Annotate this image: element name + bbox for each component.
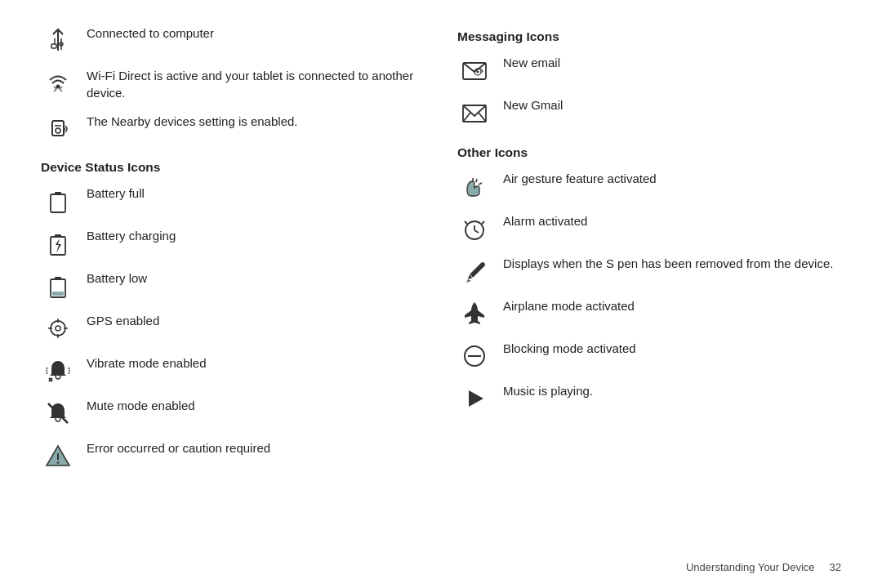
footer: Understanding Your Device 32 [686,561,841,573]
usb-text: Connected to computer [87,24,425,42]
music-text: Music is playing. [503,382,841,399]
gps-text: GPS enabled [87,312,425,329]
gmail-icon [457,96,492,127]
svg-point-16 [51,321,65,336]
battery-full-text: Battery full [87,185,425,202]
nearby-text: The Nearby devices setting is enabled. [87,113,425,130]
left-column: Connected to computer Wi-Fi Direct is ac… [41,24,425,572]
device-status-heading: Device Status Icons [41,160,425,175]
list-item: New Gmail [457,96,841,127]
blocking-text: Blocking mode activated [503,340,841,357]
right-column: Messaging Icons New email [457,24,841,572]
svg-rect-11 [51,237,65,255]
battery-charging-icon [41,227,75,258]
spen-text: Displays when the S pen has been removed… [503,255,841,272]
wifi-direct-icon [41,67,75,98]
battery-low-icon [41,270,75,301]
list-item: Airplane mode activated [457,297,841,328]
list-item: Mute mode enabled [41,397,425,428]
list-item: The Nearby devices setting is enabled. [41,113,425,144]
list-item: Battery low [41,270,425,301]
spen-icon [457,255,492,286]
blocking-icon [457,340,492,371]
footer-page: 32 [830,561,841,573]
svg-rect-12 [55,234,61,237]
svg-line-35 [474,230,479,233]
usb-icon [41,24,75,56]
svg-rect-15 [52,292,64,296]
list-item: Displays when the S pen has been removed… [457,255,841,286]
list-item: Connected to computer [41,24,425,56]
svg-line-36 [465,221,467,224]
air-gesture-icon [457,170,492,201]
footer-label: Understanding Your Device [686,561,815,573]
svg-point-8 [56,128,60,133]
svg-line-37 [482,221,484,224]
list-item: Battery charging [41,227,425,258]
list-item: Music is playing. [457,382,841,413]
airplane-icon [457,297,492,328]
messaging-heading: Messaging Icons [457,29,841,44]
vibrate-icon [41,354,75,385]
list-item: Wi-Fi Direct is active and your tablet i… [41,67,425,101]
email-text: New email [503,54,841,71]
vibrate-text: Vibrate mode enabled [87,354,425,372]
error-icon [41,439,75,470]
email-icon [457,54,492,85]
wifi-direct-text: Wi-Fi Direct is active and your tablet i… [87,67,425,101]
list-item: Alarm activated [457,212,841,243]
error-text: Error occurred or caution required [87,439,425,457]
mute-text: Mute mode enabled [87,397,425,414]
alarm-text: Alarm activated [503,212,841,229]
gps-icon [41,312,75,343]
list-item: Vibrate mode enabled [41,354,425,385]
battery-full-icon [41,185,75,216]
svg-line-31 [463,113,470,122]
list-item: Battery full [41,185,425,216]
list-item: Air gesture feature activated [457,170,841,201]
battery-low-text: Battery low [87,270,425,287]
list-item: GPS enabled [41,312,425,343]
svg-rect-9 [51,194,65,212]
airplane-text: Airplane mode activated [503,297,841,314]
list-item: New email [457,54,841,85]
battery-charging-text: Battery charging [87,227,425,244]
svg-point-17 [56,326,60,331]
svg-point-29 [477,71,479,74]
svg-rect-1 [51,44,56,48]
air-gesture-text: Air gesture feature activated [503,170,841,187]
mute-icon [41,397,75,428]
nearby-icon [41,113,75,144]
music-icon [457,382,492,413]
svg-rect-10 [55,192,61,194]
other-icons-heading: Other Icons [457,145,841,160]
svg-line-32 [479,113,486,122]
list-item: Error occurred or caution required [41,439,425,470]
gmail-text: New Gmail [503,96,841,114]
svg-rect-14 [55,277,61,279]
svg-point-6 [56,85,60,89]
page: Connected to computer Wi-Fi Direct is ac… [0,0,882,588]
alarm-icon [457,212,492,243]
svg-point-26 [57,461,60,464]
list-item: Blocking mode activated [457,340,841,371]
